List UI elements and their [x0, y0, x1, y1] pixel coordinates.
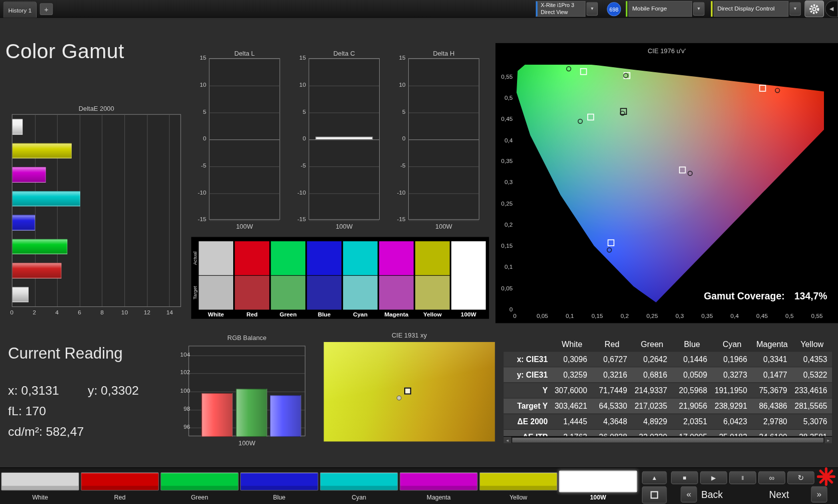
patch-button-red[interactable] [81, 472, 159, 491]
y-tick-label: 5 [288, 108, 306, 115]
settings-button[interactable] [804, 1, 824, 17]
reading-y: y: 0,3302 [88, 384, 139, 398]
calman-window: History 1 + X-Rite i1Pro 3 Direct View ▼… [0, 0, 838, 504]
x-tick-label: 0,4 [724, 312, 745, 319]
workflow-chevron-down-icon[interactable]: ▼ [693, 2, 705, 16]
cell: 0,1446 [672, 355, 712, 364]
swatch-actual-cyan [343, 241, 378, 275]
patch-button-green[interactable] [160, 472, 239, 491]
tab-history-1[interactable]: History 1 [3, 2, 37, 18]
row-label: y: CIE31 [504, 371, 552, 379]
next-arrow-button[interactable]: » [811, 486, 827, 502]
gridline [309, 86, 379, 86]
patch-button-magenta[interactable] [400, 472, 478, 491]
y-tick-label: 10 [288, 81, 306, 88]
table-sc rollbar[interactable]: ◄ ► [504, 436, 832, 443]
loop-icon: ∞ [769, 473, 775, 482]
patch-label-white: White [1, 494, 79, 500]
x-tick-label: 0,55 [806, 312, 828, 319]
workflow-dropdown[interactable]: Mobile Forge [628, 1, 692, 17]
gridline [309, 139, 379, 140]
patch-button-cyan[interactable] [320, 472, 398, 491]
meter-name: X-Rite i1Pro 3 [541, 2, 582, 9]
swatch-column-label: Red [234, 311, 270, 318]
target-marker [404, 387, 411, 394]
y-tick-label: 0,1 [496, 264, 513, 270]
cell: 71,7449 [592, 386, 632, 395]
measured-marker [397, 395, 402, 400]
actual-target-swatch-panel: Actual Target WhiteRedGreenBlueCyanMagen… [191, 237, 489, 319]
x-axis-label: 100W [408, 223, 479, 231]
loop-button[interactable]: ∞ [758, 471, 785, 484]
display-control-chevron-down-icon[interactable]: ▼ [789, 2, 801, 16]
chart-title: Delta H [408, 50, 479, 57]
y-tick-label: 0,4 [496, 136, 513, 143]
add-tab-button[interactable]: + [40, 3, 53, 15]
y-tick-label: 15 [388, 54, 405, 61]
x-tick-label: 0 [504, 312, 526, 319]
back-button[interactable]: Back [701, 489, 723, 501]
y-tick-label: 96 [173, 423, 190, 430]
back-arrow-icon: « [687, 489, 692, 499]
tab-label: History 1 [8, 7, 32, 13]
swatch-target-red [235, 276, 269, 310]
stop-button[interactable]: ■ [671, 471, 698, 484]
swatch-actual-red [235, 241, 269, 275]
patch-button-blue[interactable] [240, 472, 318, 491]
patch-button-yellow[interactable] [479, 472, 558, 491]
cell: 303,4621 [552, 402, 592, 410]
refresh-button[interactable]: ↻ [787, 471, 814, 484]
pattern-window-button[interactable] [642, 486, 666, 503]
table-header-row: WhiteRedGreenBlueCyanMagentaYellow [504, 336, 832, 351]
patch-label-green: Green [160, 494, 239, 500]
collapse-icon: ◀ [829, 6, 833, 12]
column-header-white: White [552, 339, 592, 348]
stop-icon: ■ [683, 474, 686, 481]
y-tick-label: 0,5 [496, 94, 513, 101]
patch-button-white[interactable] [1, 472, 79, 491]
chart-title: CIE 1976 u'v' [495, 48, 838, 55]
cell: 6,0423 [712, 417, 752, 426]
scrollbar-thumb[interactable] [512, 437, 824, 443]
y-tick-label: -15 [288, 216, 306, 223]
scroll-right-icon[interactable]: ► [824, 437, 832, 443]
y-tick-label: 104 [173, 351, 190, 358]
bar-blue [270, 395, 301, 437]
y-tick-label: -15 [189, 216, 206, 223]
workflow-status-bar [626, 1, 627, 17]
swatch-actual-100w [451, 241, 486, 309]
eject-button[interactable]: ▲ [642, 471, 666, 484]
y-tick-label: -15 [388, 216, 405, 223]
x-tick-label: 0,5 [779, 312, 800, 319]
gridline [210, 194, 280, 194]
x-tick-label: 8 [100, 309, 104, 315]
patch-label-red: Red [81, 494, 159, 500]
swatch-column-label: Blue [306, 311, 343, 318]
next-button[interactable]: Next [769, 489, 789, 501]
cell: 214,9337 [632, 386, 672, 395]
swatch-target-green [271, 276, 305, 310]
gridline [409, 220, 479, 221]
pause-button[interactable]: ‖ [729, 471, 756, 484]
eject-icon: ▲ [651, 474, 657, 481]
play-button[interactable]: ▶ [700, 471, 727, 484]
gridline [189, 374, 305, 374]
scroll-left-icon[interactable]: ◄ [504, 437, 511, 443]
collapse-panel-button[interactable]: ◀ [825, 1, 838, 17]
meter-chevron-down-icon[interactable]: ▼ [586, 2, 598, 16]
cell: 21,9056 [672, 402, 712, 410]
gridline [210, 220, 280, 221]
swatch-column-label: Cyan [342, 311, 379, 318]
patch-button-100w[interactable] [559, 471, 637, 492]
row-label: Target Y [504, 402, 552, 410]
swatch-target-cyan [343, 276, 378, 310]
swatch-target-blue [307, 276, 342, 310]
cell: 20,5968 [672, 386, 712, 395]
gridline [309, 112, 379, 113]
back-arrow-button[interactable]: « [681, 486, 697, 502]
meter-dropdown[interactable]: X-Rite i1Pro 3 Direct View [536, 1, 586, 17]
display-control-dropdown[interactable]: Direct Display Control [714, 1, 788, 17]
table-body: x: CIE310,30960,67270,26420,14460,19660,… [504, 351, 832, 443]
chart-title: Delta L [209, 50, 280, 57]
alert-indicator[interactable] [816, 467, 836, 488]
